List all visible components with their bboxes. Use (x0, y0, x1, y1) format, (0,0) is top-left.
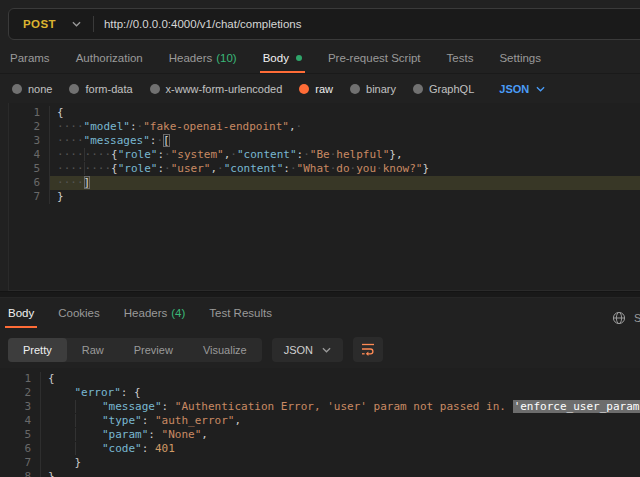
radio-icon (69, 84, 79, 94)
response-body-editor[interactable]: 1{2 "error": {3 "message": "Authenticati… (0, 368, 640, 477)
code-line: 3····"messages":·[ (9, 134, 640, 148)
request-tabs: ParamsAuthorizationHeaders(10)BodyPre-re… (0, 40, 640, 74)
response-view-segmented-control: PrettyRawPreviewVisualize (8, 338, 262, 362)
request-tab-params[interactable]: Params (10, 52, 50, 73)
radio-selected-icon (299, 84, 309, 94)
globe-icon[interactable] (612, 311, 626, 325)
code-line: 6····] (9, 176, 640, 190)
response-tabs: BodyCookiesHeaders(4)Test Results S (0, 298, 640, 328)
response-view-visualize[interactable]: Visualize (188, 338, 262, 362)
line-number: 8 (0, 470, 41, 477)
line-number: 7 (9, 190, 50, 204)
code-line: 8} (0, 470, 640, 477)
unsaved-dot-icon (296, 55, 302, 61)
response-tab-list: BodyCookiesHeaders(4)Test Results (8, 307, 272, 328)
code-line: 2 "error": { (0, 386, 640, 400)
response-view-preview[interactable]: Preview (119, 338, 188, 362)
chevron-down-icon (536, 86, 545, 92)
line-number: 4 (9, 148, 50, 162)
code-line: 4 "type": "auth_error", (0, 414, 640, 428)
response-meta: S (612, 311, 640, 325)
body-type-radio-graphql[interactable]: GraphQL (413, 83, 474, 95)
radio-icon (413, 84, 423, 94)
line-number: 6 (0, 442, 41, 456)
request-url-bar: POST (8, 8, 640, 40)
response-language-dropdown[interactable]: JSON (272, 338, 343, 362)
request-tab-headers[interactable]: Headers(10) (169, 52, 237, 73)
code-line: 5 "param": "None", (0, 428, 640, 442)
url-input[interactable] (94, 18, 640, 30)
response-view-raw[interactable]: Raw (67, 338, 119, 362)
line-number: 5 (0, 428, 41, 442)
line-number: 1 (9, 106, 50, 120)
raw-language-dropdown[interactable]: JSON (499, 83, 545, 95)
radio-icon (350, 84, 360, 94)
code-line: 1{ (0, 372, 640, 386)
radio-label: x-www-form-urlencoded (166, 83, 283, 95)
body-type-radio-form-data[interactable]: form-data (69, 83, 132, 95)
response-tab-test-results[interactable]: Test Results (209, 307, 272, 328)
code-line: 1{ (9, 106, 640, 120)
request-tab-tests[interactable]: Tests (447, 52, 474, 73)
body-type-selector: noneform-datax-www-form-urlencodedrawbin… (0, 74, 640, 103)
radio-icon (150, 84, 160, 94)
code-line: 7} (9, 190, 640, 204)
body-type-radio-raw[interactable]: raw (299, 83, 333, 95)
wrap-text-icon (361, 342, 375, 357)
request-tab-settings[interactable]: Settings (499, 52, 541, 73)
request-tab-body[interactable]: Body (263, 52, 302, 73)
request-tab-pre-request-script[interactable]: Pre-request Script (328, 52, 421, 73)
line-number: 4 (0, 414, 41, 428)
line-number: 1 (0, 372, 41, 386)
line-number: 2 (9, 120, 50, 134)
wrap-text-button[interactable] (353, 337, 383, 362)
radio-icon (12, 84, 22, 94)
chevron-down-icon (322, 347, 331, 353)
body-type-radio-x-www-form-urlencoded[interactable]: x-www-form-urlencoded (150, 83, 283, 95)
request-tab-authorization[interactable]: Authorization (76, 52, 143, 73)
line-number: 2 (0, 386, 41, 400)
line-number: 3 (0, 400, 41, 414)
line-number: 3 (9, 134, 50, 148)
line-number: 7 (0, 456, 41, 470)
code-line: 5········{"role":·"user",·"content":·"Wh… (9, 162, 640, 176)
body-type-radio-none[interactable]: none (12, 83, 52, 95)
code-line: 7 } (0, 456, 640, 470)
body-type-radios: noneform-datax-www-form-urlencodedrawbin… (12, 83, 474, 95)
radio-label: GraphQL (429, 83, 474, 95)
response-tab-cookies[interactable]: Cookies (58, 307, 100, 328)
chevron-down-icon (72, 21, 81, 27)
radio-label: form-data (85, 83, 132, 95)
method-dropdown[interactable]: POST (9, 9, 93, 39)
code-line: 6 "code": 401 (0, 442, 640, 456)
method-label: POST (23, 18, 56, 30)
request-body-editor[interactable]: 1{2····"model":·"fake-openai-endpoint",·… (8, 103, 640, 291)
raw-language-label: JSON (499, 83, 529, 95)
code-line: 2····"model":·"fake-openai-endpoint",· (9, 120, 640, 134)
response-view-toolbar: PrettyRawPreviewVisualize JSON (8, 337, 632, 362)
response-tab-headers[interactable]: Headers(4) (124, 307, 186, 328)
response-view-pretty[interactable]: Pretty (8, 338, 67, 362)
clipped-status-text: S (634, 312, 640, 324)
line-number: 5 (9, 162, 50, 176)
line-number: 6 (9, 176, 50, 190)
body-type-radio-binary[interactable]: binary (350, 83, 396, 95)
radio-label: binary (366, 83, 396, 95)
pane-resize-divider[interactable] (0, 291, 640, 298)
code-line: 4········{"role":·"system",·"content":·"… (9, 148, 640, 162)
radio-label: none (28, 83, 52, 95)
code-line: 3 "message": "Authentication Error, 'use… (0, 400, 640, 414)
response-language-label: JSON (284, 344, 313, 356)
radio-label: raw (315, 83, 333, 95)
response-tab-body[interactable]: Body (8, 307, 34, 328)
